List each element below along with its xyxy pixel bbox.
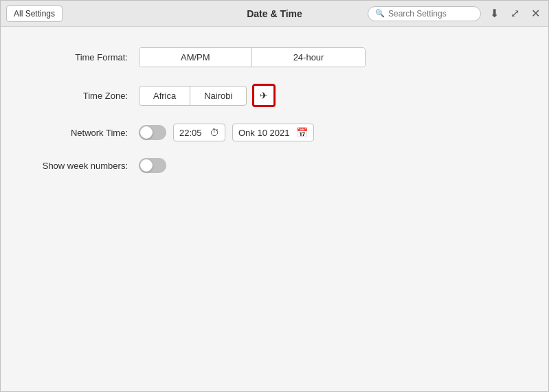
expand-button[interactable]: ⤢: [507, 6, 522, 21]
timezone-group: Africa Nairobi ✈: [139, 84, 276, 107]
calendar-icon[interactable]: 📅: [296, 127, 308, 138]
time-format-row: Time Format: AM/PM 24-hour: [28, 47, 521, 67]
titlebar-right: 🔍 ⬇ ⤢ ✕: [368, 6, 543, 21]
date-input-group: Onk 10 2021 📅: [232, 124, 314, 141]
clock-icon[interactable]: ⏱: [210, 127, 219, 138]
ampm-button[interactable]: AM/PM: [139, 48, 251, 67]
network-time-row: Network Time: 22:05 ⏱ Onk 10 2021 📅: [28, 124, 521, 141]
close-button[interactable]: ✕: [528, 6, 543, 21]
titlebar-left: All Settings: [6, 5, 63, 22]
show-week-numbers-row: Show week numbers:: [28, 158, 521, 173]
timezone-region: Africa: [139, 87, 190, 105]
week-numbers-group: [139, 158, 166, 173]
hour24-button[interactable]: 24-hour: [251, 48, 366, 67]
location-icon: ✈: [260, 90, 268, 101]
settings-content: Time Format: AM/PM 24-hour Time Zone: Af…: [1, 27, 548, 391]
titlebar: All Settings Date & Time 🔍 ⬇ ⤢ ✕: [1, 1, 548, 27]
main-window: All Settings Date & Time 🔍 ⬇ ⤢ ✕ Time Fo…: [0, 0, 549, 392]
search-input[interactable]: [388, 9, 471, 19]
network-time-toggle[interactable]: [139, 125, 166, 140]
all-settings-button[interactable]: All Settings: [6, 5, 63, 22]
show-week-numbers-label: Show week numbers:: [28, 161, 128, 171]
window-title: Date & Time: [247, 8, 302, 19]
download-button[interactable]: ⬇: [486, 6, 502, 21]
search-box[interactable]: 🔍: [368, 6, 481, 21]
date-value: Onk 10 2021: [238, 128, 293, 138]
network-time-label: Network Time:: [28, 128, 128, 138]
time-zone-label: Time Zone:: [28, 91, 128, 101]
week-numbers-toggle[interactable]: [139, 158, 166, 173]
time-value: 22:05: [179, 128, 207, 138]
timezone-display: Africa Nairobi: [139, 86, 247, 106]
network-time-group: 22:05 ⏱ Onk 10 2021 📅: [139, 124, 314, 141]
time-format-label: Time Format:: [28, 52, 128, 62]
time-zone-row: Time Zone: Africa Nairobi ✈: [28, 84, 521, 107]
search-icon: 🔍: [375, 9, 385, 18]
time-format-group: AM/PM 24-hour: [139, 47, 366, 67]
location-button[interactable]: ✈: [252, 84, 276, 107]
time-input-group: 22:05 ⏱: [173, 124, 225, 141]
timezone-city: Nairobi: [190, 87, 246, 105]
